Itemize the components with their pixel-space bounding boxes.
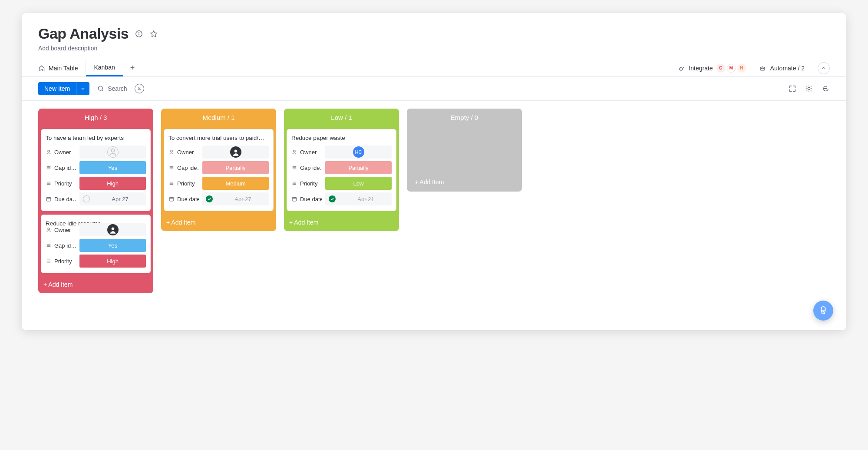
svg-point-22 xyxy=(294,150,295,152)
gap-value[interactable]: Yes xyxy=(79,239,146,252)
integrate-label: Integrate xyxy=(689,65,713,72)
priority-label: Priority xyxy=(177,180,195,187)
priority-label: Priority xyxy=(300,180,317,187)
gap-label: Gap id… xyxy=(54,242,76,249)
priority-value[interactable]: High xyxy=(79,255,146,268)
column-medium: Medium / 1 To convert more trial users t… xyxy=(161,109,276,231)
tab-kanban-label: Kanban xyxy=(94,64,115,71)
gap-value[interactable]: Partially xyxy=(202,161,269,174)
owner-value[interactable] xyxy=(79,223,146,236)
due-value[interactable]: Apr 27 xyxy=(202,192,269,205)
priority-label: Priority xyxy=(54,180,72,187)
card-title: To convert more trial users to paid/… xyxy=(168,135,269,141)
automate-button[interactable]: Automate / 2 xyxy=(759,65,805,72)
gap-value[interactable]: Yes xyxy=(79,161,146,174)
svg-point-9 xyxy=(824,88,825,89)
svg-point-11 xyxy=(826,88,827,89)
owner-label: Owner xyxy=(300,149,317,156)
owner-value[interactable] xyxy=(202,146,269,159)
board-panel: Gap Analysis Add board description Main … xyxy=(22,13,846,330)
automate-label: Automate / 2 xyxy=(770,65,805,72)
owner-label: Owner xyxy=(54,149,71,156)
due-value[interactable]: Apr 27 xyxy=(79,192,146,205)
list-icon xyxy=(46,180,52,186)
card-title: Reduce paper waste xyxy=(291,135,392,141)
owner-label: Owner xyxy=(177,149,194,156)
column-empty: Empty / 0 + Add Item xyxy=(407,109,522,192)
column-high: High / 3 To have a team led by experts O… xyxy=(38,109,153,293)
comment-icon[interactable] xyxy=(821,84,830,93)
column-empty-header[interactable]: Empty / 0 xyxy=(407,109,522,126)
info-icon[interactable] xyxy=(135,30,143,38)
due-label: Due date xyxy=(300,196,322,202)
due-value[interactable]: Apr 21 xyxy=(325,192,392,205)
integrate-button[interactable]: Integrate C M H xyxy=(678,64,746,73)
gap-label: Gap ide… xyxy=(300,165,322,171)
list-icon xyxy=(46,242,52,248)
gap-value[interactable]: Partially xyxy=(325,161,392,174)
owner-value[interactable] xyxy=(79,146,146,159)
priority-value[interactable]: Low xyxy=(325,177,392,190)
person-icon xyxy=(46,149,52,155)
robot-icon xyxy=(759,65,766,72)
avatar-icon xyxy=(107,224,119,235)
tab-kanban[interactable]: Kanban xyxy=(86,60,123,76)
column-high-header[interactable]: High / 3 xyxy=(38,109,153,126)
svg-rect-23 xyxy=(292,198,297,201)
star-icon[interactable] xyxy=(149,30,158,38)
tab-main-table-label: Main Table xyxy=(49,65,78,72)
kanban-card[interactable]: Reduce idle resource Owner Gap id… Yes P… xyxy=(41,215,151,273)
add-view-button[interactable]: + xyxy=(123,63,142,73)
board-description[interactable]: Add board description xyxy=(38,45,830,52)
kanban-card[interactable]: To have a team led by experts Owner Gap … xyxy=(41,129,151,211)
fullscreen-icon[interactable] xyxy=(788,84,797,93)
avatar-initials: HC xyxy=(353,146,364,158)
priority-value[interactable]: High xyxy=(79,177,146,190)
list-icon xyxy=(291,165,297,171)
card-title: To have a team led by experts xyxy=(46,135,146,141)
owner-label: Owner xyxy=(54,227,71,233)
kanban-card[interactable]: Reduce paper waste Owner HC Gap ide… Par… xyxy=(287,129,396,211)
list-icon xyxy=(168,165,175,171)
column-low: Low / 1 Reduce paper waste Owner HC Gap … xyxy=(284,109,399,231)
new-item-button[interactable]: New Item xyxy=(38,82,76,95)
column-medium-header[interactable]: Medium / 1 xyxy=(161,109,276,126)
status-done-icon xyxy=(206,195,213,202)
svg-point-2 xyxy=(139,32,139,32)
svg-point-20 xyxy=(234,150,237,153)
kanban-card[interactable]: To convert more trial users to paid/… Ow… xyxy=(164,129,274,211)
new-item-dropdown[interactable] xyxy=(76,82,89,95)
avatar-empty-icon xyxy=(107,146,119,158)
list-icon xyxy=(46,165,52,171)
owner-value[interactable]: HC xyxy=(325,146,392,159)
board-header: Gap Analysis Add board description xyxy=(22,25,846,52)
priority-value[interactable]: Medium xyxy=(202,177,269,190)
help-button[interactable] xyxy=(813,301,833,321)
due-label: Due date xyxy=(177,196,199,202)
add-item-button[interactable]: + Add Item xyxy=(38,276,153,293)
svg-point-4 xyxy=(761,68,762,69)
kanban-board: High / 3 To have a team led by experts O… xyxy=(22,101,846,323)
collapse-header-button[interactable] xyxy=(818,62,830,74)
calendar-icon xyxy=(46,196,52,202)
due-date-text: Apr 27 xyxy=(94,196,146,202)
add-item-button[interactable]: + Add Item xyxy=(407,126,522,192)
search-label: Search xyxy=(108,85,127,92)
integrate-app-icons: C M H xyxy=(716,64,746,73)
due-date-text: Apr 21 xyxy=(340,196,392,202)
mailchimp-icon: C xyxy=(716,64,725,73)
person-icon xyxy=(168,149,175,155)
svg-point-13 xyxy=(111,149,114,152)
column-low-header[interactable]: Low / 1 xyxy=(284,109,399,126)
priority-label: Priority xyxy=(54,258,72,265)
gap-label: Gap ide… xyxy=(177,165,199,171)
add-item-button[interactable]: + Add Item xyxy=(161,214,276,231)
list-icon xyxy=(168,180,175,186)
due-date-text: Apr 27 xyxy=(217,196,269,202)
search-button[interactable]: Search xyxy=(97,85,127,92)
board-title: Gap Analysis xyxy=(38,25,129,42)
person-filter-button[interactable] xyxy=(135,84,144,93)
settings-icon[interactable] xyxy=(805,84,813,93)
tab-main-table[interactable]: Main Table xyxy=(38,60,86,76)
add-item-button[interactable]: + Add Item xyxy=(284,214,399,231)
